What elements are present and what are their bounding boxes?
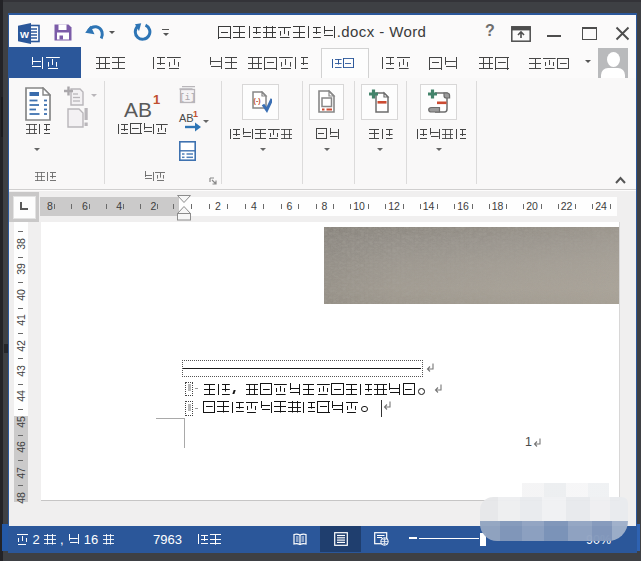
svg-text:[i]: [i] [179, 93, 195, 103]
svg-text:W: W [20, 29, 29, 40]
svg-text:(-): (-) [254, 97, 261, 105]
